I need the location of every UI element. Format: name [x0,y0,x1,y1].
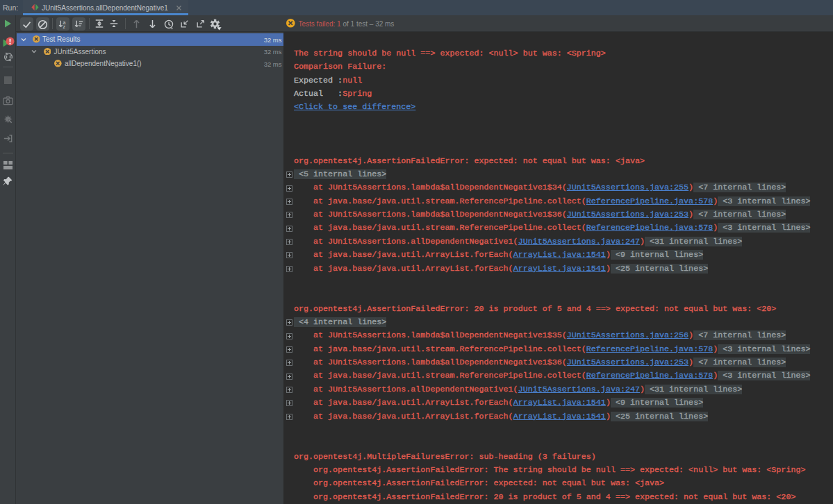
svg-text:z: z [63,24,66,29]
